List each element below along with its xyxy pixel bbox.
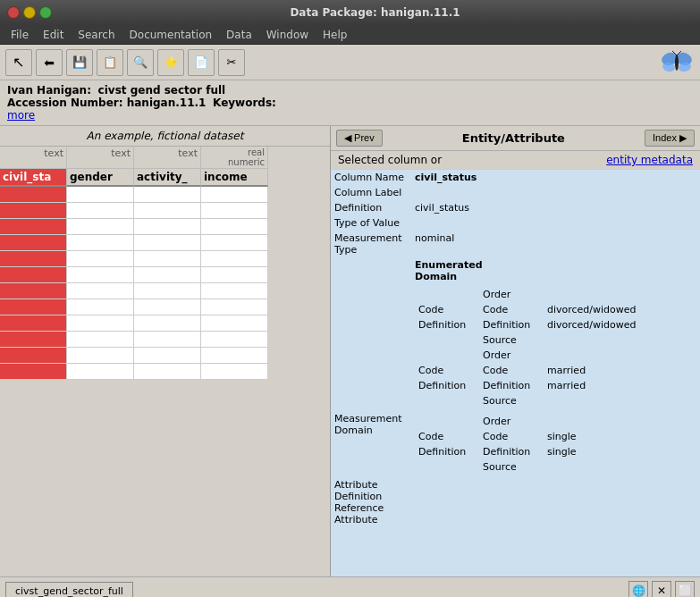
table-row <box>0 187 330 203</box>
selected-column-label: Selected column or <box>338 154 442 166</box>
cell-gender-12 <box>67 364 134 380</box>
paste-icon: 📄 <box>194 55 208 69</box>
cell-civil-8 <box>0 299 67 315</box>
attribute-scroll-area[interactable]: Column Name civil_status Column Label De… <box>331 170 700 576</box>
attr-key-measurement-domain: MeasurementDomain <box>331 411 411 477</box>
table-row <box>0 235 330 251</box>
attr-row-column-name: Column Name civil_status <box>331 170 700 185</box>
window-buttons[interactable] <box>7 6 52 19</box>
domain-inner-table2: Order Code Code single Definition <box>415 413 696 475</box>
attr-row-measurement-domain: MeasurementDomain Order Code <box>331 411 700 477</box>
main-content: An example, fictional dataset text text … <box>0 126 700 576</box>
save-icon: 💾 <box>72 55 87 69</box>
menu-data[interactable]: Data <box>219 27 259 43</box>
svg-point-4 <box>675 55 679 71</box>
attr-row-enumerated-header: EnumeratedDomain <box>331 257 700 284</box>
cell-activity-5 <box>134 251 201 267</box>
search-tool-button[interactable]: 🔍 <box>127 49 154 76</box>
attr-key-empty1 <box>331 257 411 284</box>
cell-gender-4 <box>67 235 134 251</box>
toolbar: ↖ ⬅ 💾 📋 🔍 ⭐ 📄 ✂ <box>0 45 700 80</box>
col-name-gender[interactable]: gender <box>67 169 134 187</box>
menu-window[interactable]: Window <box>259 27 316 43</box>
col-name-income[interactable]: income <box>201 169 268 187</box>
info-line-1: Ivan Hanigan: civst gend sector full <box>7 84 693 97</box>
domain-val-code1: divorced/widowed <box>545 303 695 316</box>
menu-edit[interactable]: Edit <box>36 27 71 43</box>
dataset-title: An example, fictional dataset <box>0 126 330 147</box>
domain-label-def2: Definition <box>481 379 544 392</box>
attr-key-type-of-value: Type of Value <box>331 215 411 231</box>
domain-field-src1 <box>417 333 479 347</box>
table-row <box>0 364 330 380</box>
cell-civil-2 <box>0 203 67 219</box>
col-name-civil[interactable]: civil_sta <box>0 169 67 187</box>
table-row <box>0 267 330 283</box>
left-panel: An example, fictional dataset text text … <box>0 126 331 576</box>
attr-val-definition: civil_status <box>411 200 700 215</box>
bookmark-icon: ⭐ <box>164 55 178 69</box>
minimize-button[interactable] <box>23 6 36 19</box>
attr-key-definition: Definition <box>331 200 411 215</box>
cell-gender-7 <box>67 283 134 299</box>
table-row <box>0 203 330 219</box>
entity-metadata-link[interactable]: entity metadata <box>606 154 693 166</box>
more-link[interactable]: more <box>7 109 35 122</box>
window-title: Data Package: hanigan.11.1 <box>57 6 693 19</box>
close-icon-button[interactable]: ✕ <box>652 581 671 598</box>
domain-val-def2: married <box>545 379 695 392</box>
attr-key-empty2 <box>331 284 411 411</box>
dataset-table: text text text realnumeric civil_sta gen… <box>0 147 330 576</box>
menu-documentation[interactable]: Documentation <box>122 27 220 43</box>
domain-col-order-val <box>545 288 695 301</box>
domain-field-src2 <box>417 394 479 408</box>
domain-label-code3: Code <box>481 430 544 443</box>
cell-income-6 <box>201 267 268 283</box>
network-icon-button[interactable]: 🌐 <box>628 581 648 598</box>
domain-val-src3 <box>545 460 695 474</box>
cell-income-8 <box>201 299 268 315</box>
maximize-button[interactable] <box>39 6 52 19</box>
menu-search[interactable]: Search <box>71 27 122 43</box>
status-icons: 🌐 ✕ ⬜ <box>628 581 695 598</box>
cell-activity-11 <box>134 348 201 364</box>
domain-val-code3: single <box>545 430 695 443</box>
attr-row-type-of-value: Type of Value <box>331 215 700 231</box>
index-button[interactable]: Index ▶ <box>645 130 695 147</box>
info-author-label: Ivan Hanigan: <box>7 84 91 97</box>
cursor-tool-button[interactable]: ↖ <box>5 49 32 76</box>
minimize-icon-button[interactable]: ⬜ <box>675 581 695 598</box>
domain-val-order3 <box>545 415 695 428</box>
table-row <box>0 315 330 332</box>
domain-label-code1: Code <box>481 303 544 316</box>
status-tab[interactable]: civst_gend_sector_full <box>5 582 133 598</box>
save-tool-button[interactable]: 💾 <box>66 49 93 76</box>
type-header-row: text text text realnumeric <box>0 147 330 169</box>
domain-field-code2: Code <box>417 364 479 377</box>
cell-civil-9 <box>0 315 67 332</box>
copy-tool-button[interactable]: 📋 <box>97 49 123 76</box>
cell-gender-2 <box>67 203 134 219</box>
attr-row-order-1: Order Code Code divorced/widowed Definit… <box>331 284 700 411</box>
menu-file[interactable]: File <box>4 27 36 43</box>
attr-row-attribute-def: AttributeDefinitionReferenceAttribute <box>331 477 700 527</box>
paste-tool-button[interactable]: 📄 <box>188 49 215 76</box>
entity-header: ◀ Prev Entity/Attribute Index ▶ <box>331 126 700 151</box>
col-name-activity[interactable]: activity_ <box>134 169 201 187</box>
attr-key-measurement-type: MeasurementType <box>331 231 411 257</box>
scissors-icon: ✂ <box>227 55 237 69</box>
menu-help[interactable]: Help <box>316 27 354 43</box>
prev-button[interactable]: ◀ Prev <box>336 130 383 147</box>
col-type-gender: text <box>67 147 134 169</box>
attribute-table: Column Name civil_status Column Label De… <box>331 170 700 527</box>
scissors-tool-button[interactable]: ✂ <box>218 49 245 76</box>
cell-gender-1 <box>67 187 134 203</box>
bookmark-tool-button[interactable]: ⭐ <box>157 49 184 76</box>
entity-subtitle: Selected column or entity metadata <box>331 151 700 170</box>
minimize-icon: ⬜ <box>679 584 692 597</box>
entity-title: Entity/Attribute <box>388 131 639 145</box>
menu-bar: File Edit Search Documentation Data Wind… <box>0 25 700 45</box>
back-tool-button[interactable]: ⬅ <box>36 49 63 76</box>
close-button[interactable] <box>7 6 20 19</box>
cell-activity-3 <box>134 219 201 235</box>
